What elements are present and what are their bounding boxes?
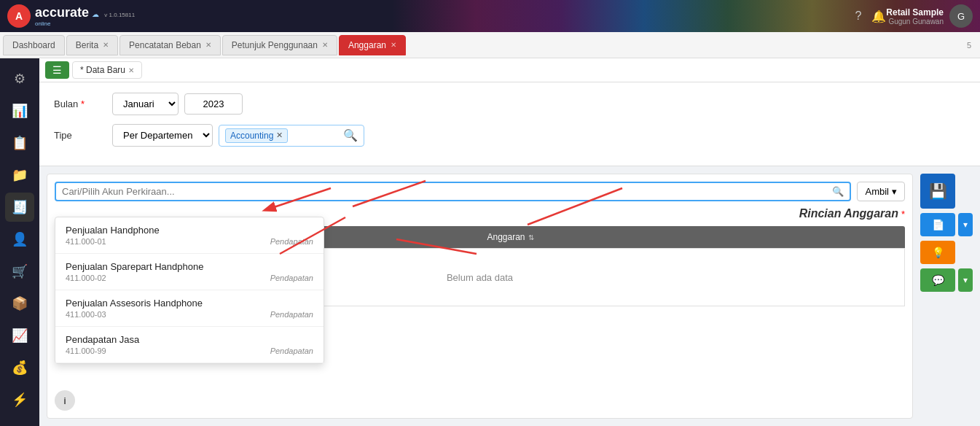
- tab-petunjuk-close[interactable]: ✕: [322, 41, 328, 49]
- subtabs-bar: ☰ * Data Baru ✕: [39, 58, 980, 82]
- tab-count: 5: [961, 41, 977, 50]
- doc-dropdown-button[interactable]: ▾: [958, 213, 973, 236]
- sidebar-item-settings[interactable]: ⚙: [5, 64, 34, 93]
- yellow-button[interactable]: 💡: [920, 241, 955, 264]
- dropdown-item-1-meta: 411.000-02 Pendapatan: [66, 274, 313, 282]
- logo-area: A accurate ☁ v 1.0.15811 online: [7, 4, 135, 28]
- dept-tag-close-btn[interactable]: ✕: [276, 131, 283, 140]
- dropdown-item-0-name: Penjualan Handphone: [66, 225, 313, 236]
- th-anggaran-label: Anggaran: [487, 232, 525, 242]
- tab-pencatatan-label: Pencatatan Beban: [129, 40, 201, 50]
- tab-pencatatan-beban[interactable]: Pencatatan Beban ✕: [119, 35, 221, 55]
- sidebar-item-transactions[interactable]: 📋: [5, 128, 34, 158]
- dropdown-item-3-meta: 411.000-99 Pendapatan: [66, 346, 313, 355]
- left-panel: 🔍 Ambil ▾ Rincian Anggaran *: [47, 174, 913, 419]
- logo-icon: A: [7, 4, 31, 28]
- dropdown-item-3-category: Pendapatan: [270, 346, 313, 355]
- logo-version: v 1.0.15811: [104, 12, 135, 18]
- tab-petunjuk-label: Petunjuk Penggunaan: [232, 40, 318, 50]
- rincian-required: *: [901, 209, 905, 220]
- dropdown-list: Penjualan Handphone 411.000-01 Pendapata…: [55, 217, 324, 364]
- panel-area: 🔍 Ambil ▾ Rincian Anggaran *: [39, 166, 980, 426]
- company-name: Retail Sample: [886, 7, 944, 18]
- dropdown-item-1-name: Penjualan Sparepart Handphone: [66, 261, 313, 272]
- search-input-wrap: 🔍: [55, 182, 851, 201]
- ambil-button[interactable]: Ambil ▾: [857, 182, 905, 201]
- dropdown-item-2-meta: 411.000-03 Pendapatan: [66, 310, 313, 319]
- tab-dashboard-label: Dashboard: [12, 40, 55, 50]
- bulan-label: Bulan *: [54, 98, 112, 109]
- chat-button[interactable]: 💬: [920, 268, 955, 292]
- right-buttons: 💾 📄 ▾ 💡 💬 ▾: [920, 174, 973, 419]
- dropdown-item-1[interactable]: Penjualan Sparepart Handphone 411.000-02…: [55, 254, 324, 290]
- dropdown-item-3[interactable]: Pendapatan Jasa 411.000-99 Pendapatan: [55, 327, 324, 363]
- table-empty-label: Belum ada data: [447, 272, 513, 283]
- sidebar-item-contacts[interactable]: 👤: [5, 225, 34, 254]
- sidebar-item-accounting[interactable]: 🧾: [5, 193, 34, 222]
- dropdown-item-2[interactable]: Penjualan Assesoris Handphone 411.000-03…: [55, 290, 324, 327]
- dropdown-item-1-category: Pendapatan: [270, 274, 313, 282]
- search-icon: 🔍: [832, 186, 844, 197]
- content-area: ☰ * Data Baru ✕ Bulan * Januari Februari…: [39, 58, 980, 426]
- tab-anggaran-close[interactable]: ✕: [391, 41, 396, 49]
- sidebar-item-dashboard[interactable]: 📊: [5, 96, 34, 125]
- topbar-icons: ? 🔔: [855, 9, 886, 23]
- tipe-select[interactable]: Per Departemen Global: [112, 124, 213, 147]
- tab-berita-label: Berita: [76, 40, 98, 50]
- bulan-row: Bulan * Januari Februari Maret 2023: [54, 93, 965, 115]
- tipe-label: Tipe: [54, 130, 112, 141]
- avatar[interactable]: G: [949, 4, 973, 28]
- search-input[interactable]: [62, 186, 832, 197]
- dropdown-item-0-code: 411.000-01: [66, 237, 106, 246]
- bulan-required: *: [81, 98, 85, 109]
- ambil-label: Ambil: [865, 186, 889, 197]
- tab-berita-close[interactable]: ✕: [103, 41, 109, 49]
- sidebar-item-utilities[interactable]: ⚡: [5, 385, 34, 414]
- tab-pencatatan-close[interactable]: ✕: [205, 41, 211, 49]
- sidebar-item-tax[interactable]: 💰: [5, 353, 34, 382]
- bulan-select[interactable]: Januari Februari Maret: [112, 93, 179, 115]
- user-name: Gugun Gunawan: [886, 18, 944, 26]
- search-row: 🔍 Ambil ▾: [55, 182, 905, 201]
- tab-dashboard[interactable]: Dashboard: [3, 35, 65, 55]
- sidebar-item-reports[interactable]: 📈: [5, 321, 34, 350]
- help-icon[interactable]: ?: [855, 9, 861, 23]
- topbar: A accurate ☁ v 1.0.15811 online ? 🔔 Reta…: [0, 0, 980, 32]
- dept-tag: Accounting ✕: [225, 128, 288, 143]
- sidebar-item-purchases[interactable]: 🛒: [5, 257, 34, 286]
- tab-petunjuk[interactable]: Petunjuk Penggunaan ✕: [222, 35, 337, 55]
- subtab-data-baru-label: * Data Baru: [80, 65, 125, 75]
- sidebar: ⚙ 📊 📋 📁 🧾 👤 🛒 📦 📈 💰 ⚡: [0, 58, 39, 426]
- th-anggaran-sort-icon[interactable]: ⇅: [528, 233, 534, 241]
- tab-anggaran-label: Anggaran: [348, 40, 386, 50]
- dept-search-button[interactable]: 🔍: [343, 128, 358, 142]
- subtab-list[interactable]: ☰: [45, 61, 69, 79]
- dropdown-item-0[interactable]: Penjualan Handphone 411.000-01 Pendapata…: [55, 217, 324, 254]
- main-layout: ⚙ 📊 📋 📁 🧾 👤 🛒 📦 📈 💰 ⚡ ☰ * Data Baru ✕: [0, 58, 980, 426]
- tab-anggaran[interactable]: Anggaran ✕: [339, 35, 406, 55]
- sidebar-item-inventory[interactable]: 📦: [5, 289, 34, 318]
- info-icon[interactable]: i: [55, 390, 75, 411]
- th-anggaran: Anggaran ⇅: [480, 226, 906, 248]
- ambil-chevron-icon: ▾: [892, 186, 897, 197]
- dropdown-item-0-category: Pendapatan: [270, 237, 313, 246]
- tab-berita[interactable]: Berita ✕: [66, 35, 118, 55]
- list-icon: ☰: [52, 64, 62, 76]
- bell-icon[interactable]: 🔔: [871, 9, 886, 23]
- year-input[interactable]: 2023: [184, 93, 243, 115]
- dropdown-item-1-code: 411.000-02: [66, 274, 106, 282]
- subtab-data-baru-close[interactable]: ✕: [128, 66, 134, 74]
- subtab-data-baru[interactable]: * Data Baru ✕: [72, 61, 142, 79]
- tipe-controls: Per Departemen Global Accounting ✕ 🔍: [112, 124, 364, 147]
- dropdown-item-2-name: Penjualan Assesoris Handphone: [66, 298, 313, 309]
- tipe-row: Tipe Per Departemen Global Accounting ✕ …: [54, 124, 965, 147]
- logo-sub: online: [35, 20, 135, 27]
- logo-name: accurate: [35, 5, 89, 20]
- dept-tag-container: Accounting ✕ 🔍: [219, 125, 364, 147]
- chat-dropdown-button[interactable]: ▾: [958, 268, 973, 292]
- sidebar-item-files[interactable]: 📁: [5, 160, 34, 190]
- dropdown-item-0-meta: 411.000-01 Pendapatan: [66, 237, 313, 246]
- save-button[interactable]: 💾: [920, 174, 955, 209]
- doc-button[interactable]: 📄: [920, 213, 955, 236]
- dropdown-item-2-category: Pendapatan: [270, 310, 313, 319]
